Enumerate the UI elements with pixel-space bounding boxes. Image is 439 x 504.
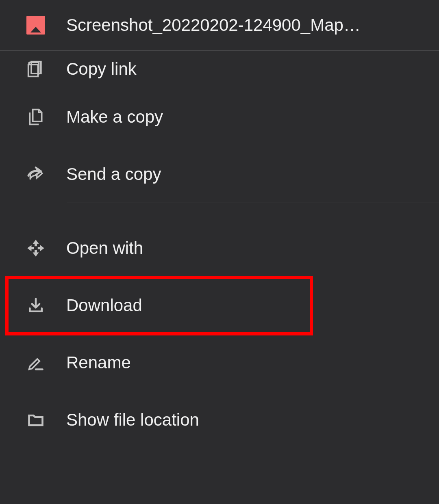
menu-label: Download <box>66 296 142 315</box>
send-icon <box>26 165 45 184</box>
menu-label: Copy link <box>66 59 137 79</box>
menu-item-open-with[interactable]: Open with <box>0 219 439 277</box>
rename-icon <box>26 353 45 372</box>
image-thumbnail-icon <box>26 16 45 35</box>
menu-item-send-copy[interactable]: Send a copy <box>0 145 439 203</box>
menu-item-copy-link[interactable]: Copy link <box>0 41 439 88</box>
menu-label: Rename <box>66 353 131 372</box>
menu-label: Send a copy <box>66 164 161 184</box>
menu-item-download[interactable]: Download <box>0 277 439 334</box>
context-menu: Copy link Make a copy Send a copy <box>0 51 439 448</box>
menu-label: Open with <box>66 238 143 258</box>
svg-rect-2 <box>28 65 38 76</box>
menu-item-rename[interactable]: Rename <box>0 334 439 391</box>
download-icon <box>26 296 45 315</box>
menu-item-make-copy[interactable]: Make a copy <box>0 88 439 145</box>
folder-icon <box>26 411 45 429</box>
file-copy-icon <box>26 108 45 126</box>
spacer <box>0 203 439 219</box>
file-title: Screenshot_20220202-124900_Map… <box>66 15 361 35</box>
link-copy-icon <box>26 60 45 78</box>
menu-item-show-location[interactable]: Show file location <box>0 391 439 448</box>
menu-label: Show file location <box>66 410 199 430</box>
open-with-icon <box>26 239 45 257</box>
highlight-annotation <box>5 276 313 335</box>
menu-label: Make a copy <box>66 107 163 127</box>
